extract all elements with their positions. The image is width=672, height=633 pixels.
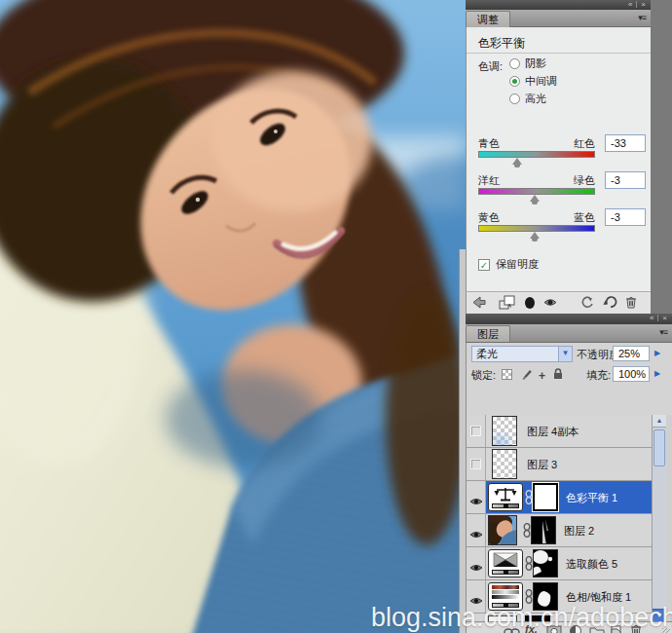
view-previous-state-button[interactable] [579,295,599,311]
visibility-column[interactable] [467,514,486,546]
scroll-up-icon[interactable]: ▲ [653,415,666,428]
adjustments-dock-header: «× [466,0,651,10]
panel-menu-icon[interactable]: ▾≡ [659,327,667,337]
lock-paint-brush-button[interactable] [521,366,535,380]
slider-magenta-green: 洋红 绿色 -3 [478,173,646,208]
adjustments-footer [466,291,651,314]
layer-thumbnail-transparent[interactable] [492,449,517,479]
opacity-input[interactable]: 25% [613,346,650,361]
visibility-empty-well[interactable] [470,459,481,469]
adjustments-panel: «× 调整 ▾≡ 色彩平衡 色调: 阴影 中间调 高光 青色 红色 -33 洋红… [466,0,651,324]
slider-value-input[interactable]: -3 [605,171,646,189]
layers-body: 柔光 ▾ 不透明度: 25% ▶ 锁定: + 填充: 100% ▶ 图层 4副本 [466,343,672,633]
adjustments-body: 色彩平衡 色调: 阴影 中间调 高光 青色 红色 -33 洋红 绿色 -3 黄色… [466,27,651,291]
layer-name[interactable]: 图层 2 [564,524,594,539]
gradient-track[interactable] [478,151,595,158]
visibility-eye-button[interactable] [542,295,562,311]
layers-dock-header: «× [466,314,672,324]
lock-transparency-button[interactable] [502,366,515,380]
layer-name[interactable]: 图层 4副本 [527,425,579,439]
preserve-luminosity-row[interactable]: ✓ 保留明度 [478,257,539,272]
blend-mode-dropdown[interactable]: 柔光 ▾ [471,346,573,362]
gradient-track[interactable] [478,225,595,232]
gradient-track[interactable] [478,188,595,195]
radio-icon[interactable] [509,93,520,104]
slider-thumb-1[interactable] [530,195,540,202]
mini-slider [492,570,519,575]
panel-menu-icon[interactable]: ▾≡ [638,13,646,22]
document-scrollbar[interactable] [459,249,466,633]
layer-name[interactable]: 色彩平衡 1 [566,491,617,505]
checkbox-checked[interactable]: ✓ [478,259,490,271]
slider-right-label: 红色 [478,136,595,151]
collapse-panel-icon[interactable]: « [626,0,634,10]
layer-mask-white[interactable] [533,483,558,511]
fill-label: 填充: [576,368,611,383]
tab-adjustments[interactable]: 调整 [466,11,510,27]
radio-shadows[interactable]: 阴影 [509,56,546,70]
slider-value-input[interactable]: -33 [605,134,646,152]
slider-thumb-2[interactable] [530,232,540,239]
layer-row-color-balance[interactable]: 色彩平衡 1 [467,481,652,514]
layer-row-3[interactable]: 图层 3 [467,448,652,481]
layer-name[interactable]: 选取颜色 5 [566,557,617,572]
slider-value-input[interactable]: -3 [605,208,646,226]
layer-name[interactable]: 图层 3 [527,458,557,472]
visibility-column[interactable] [467,481,486,513]
radio-icon[interactable] [509,58,520,69]
visibility-column[interactable] [467,547,486,579]
layer-mask-black[interactable] [533,549,558,577]
lock-position-move-button[interactable]: + [539,366,552,380]
watermark-text: blog.sina.com.cn/adobech [371,603,672,633]
divider [467,53,651,54]
radio-icon-selected[interactable] [509,76,520,87]
collapse-panel-icon[interactable]: « [648,314,655,323]
visibility-empty-well[interactable] [470,426,481,436]
slider-right-label: 蓝色 [478,210,595,225]
selective-color-thumbnail[interactable] [488,549,523,577]
visibility-column[interactable] [467,415,486,447]
layers-panel: «× 图层 ▾≡ 柔光 ▾ 不透明度: 25% ▶ 锁定: + 填充: 100%… [466,314,672,633]
layers-tabbar: 图层 ▾≡ [466,324,672,343]
mini-slider [492,503,519,508]
layers-scrollbar[interactable]: ▲ ▼ [652,415,666,621]
slider-cyan-red: 青色 红色 -33 [478,136,646,171]
eye-icon[interactable] [469,526,483,543]
color-balance-thumbnail[interactable] [488,483,523,511]
delete-adjustment-trash-button[interactable] [624,295,644,311]
fill-input[interactable]: 100% [613,366,650,382]
switch-panel-button[interactable] [499,295,518,311]
mask-link-icon[interactable] [525,490,533,508]
layer-row-4-copy[interactable]: 图层 4副本 [467,415,652,448]
eye-icon[interactable] [469,493,483,510]
layer-row-2[interactable]: 图层 2 [467,514,652,547]
layer-thumbnail-transparent[interactable] [492,416,517,446]
mask-link-icon[interactable] [523,523,531,541]
slider-yellow-blue: 黄色 蓝色 -3 [478,210,646,245]
fill-spinner-icon[interactable]: ▶ [654,369,660,378]
close-panel-icon[interactable]: × [660,314,669,323]
scrollbar-thumb[interactable] [653,429,665,466]
portrait-photo [0,0,466,633]
chevron-down-icon[interactable]: ▾ [558,347,572,361]
eye-icon[interactable] [469,559,483,577]
layer-row-selective-color[interactable]: 选取颜色 5 [467,547,652,580]
slider-thumb-0[interactable] [512,158,522,165]
mask-link-icon[interactable] [525,556,533,575]
document-canvas[interactable] [0,0,466,633]
tab-layers[interactable]: 图层 [466,325,510,342]
radio-label: 阴影 [525,56,546,71]
layer-mask-black[interactable] [531,516,556,544]
tone-label: 色调: [478,59,503,74]
back-arrow-button[interactable] [471,295,491,311]
close-panel-icon[interactable]: × [639,0,648,10]
reset-button[interactable] [603,295,622,311]
lock-all-padlock-button[interactable] [552,366,566,380]
radio-highlights[interactable]: 高光 [509,92,546,105]
radio-midtones[interactable]: 中间调 [509,74,557,88]
clip-to-layer-button[interactable] [523,295,542,311]
opacity-spinner-icon[interactable]: ▶ [654,349,660,357]
photoshop-workspace: «× 调整 ▾≡ 色彩平衡 色调: 阴影 中间调 高光 青色 红色 -33 洋红… [0,0,672,633]
layer-thumbnail-photo[interactable] [488,515,517,545]
visibility-column[interactable] [467,448,486,480]
